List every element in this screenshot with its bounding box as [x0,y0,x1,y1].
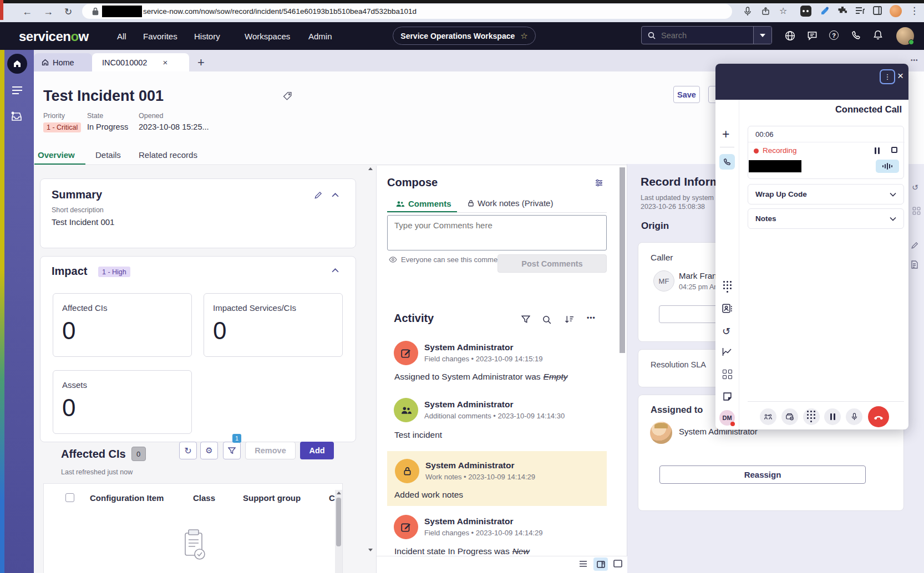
edit-pencil-icon[interactable] [314,191,322,199]
contacts-tab-icon[interactable] [722,303,732,314]
right-edge-grid-icon[interactable] [912,206,921,216]
agent-avatar-dm[interactable]: DM [719,410,735,426]
notes-tab-icon[interactable] [723,392,732,401]
refresh-button[interactable]: ↻ [179,442,197,459]
browser-reading-list-icon[interactable] [855,6,865,15]
impact-tile-assets[interactable]: Assets 0 [53,370,192,434]
activity-filter-icon[interactable] [521,315,530,324]
collapse-chevron-icon[interactable] [332,268,339,273]
tab-related-records[interactable]: Related records [139,150,197,160]
settings-gear-button[interactable]: ⚙ [200,442,218,459]
right-edge-pencil-icon[interactable] [911,242,918,249]
nav-item-admin[interactable]: Admin [308,32,332,41]
browser-sidepanel-icon[interactable] [873,6,882,15]
user-avatar[interactable] [896,27,914,45]
left-scrollbar-down-arrow[interactable] [368,549,373,551]
phone-header-icon[interactable] [851,30,861,40]
dialpad-button[interactable] [803,408,820,425]
browser-refresh-icon[interactable]: ↻ [64,6,72,18]
post-comments-button[interactable]: Post Comments [497,254,607,273]
pause-recording-icon[interactable] [874,146,880,156]
assignee-avatar[interactable] [650,422,672,444]
right-edge-document-icon[interactable] [911,260,918,269]
collapse-chevron-icon[interactable] [332,192,339,197]
reassign-button[interactable]: Reassign [659,465,866,484]
remove-button[interactable]: Remove [245,442,296,459]
browser-back-icon[interactable]: ← [22,6,32,18]
tab-record-active[interactable]: INC0010002 × [92,53,189,71]
tabstrip-more-icon[interactable]: ••• [911,57,918,63]
tab-details[interactable]: Details [95,150,121,160]
caller-name[interactable]: Mark Fran [679,271,717,280]
stop-recording-icon[interactable] [891,147,897,153]
column-header-support-group[interactable]: Support group [243,493,301,503]
tab-home[interactable]: Home [34,53,92,71]
globe-icon[interactable] [785,30,795,41]
url-text[interactable]: service-now.com/now/sow/record/incident/… [143,7,417,16]
dialpad-tab-icon[interactable] [723,281,732,293]
add-interaction-icon[interactable]: + [722,127,729,142]
search-box[interactable] [641,26,772,44]
rail-inbox-icon[interactable] [10,110,23,123]
filter-button[interactable] [223,442,241,459]
call-history-tab-icon[interactable]: ↺ [722,325,730,337]
right-edge-history-icon[interactable]: ↺ [912,183,918,192]
tab-work-notes[interactable]: Work notes (Private) [468,198,553,208]
compose-settings-icon[interactable] [595,178,603,187]
new-tab-icon[interactable]: + [197,55,205,70]
mute-mic-button[interactable] [846,408,862,425]
rail-menu-icon[interactable] [12,86,23,95]
activity-sort-icon[interactable] [565,315,574,324]
search-input[interactable] [660,30,753,40]
browser-share-icon[interactable] [761,7,770,16]
impact-tile-affected-cis[interactable]: Affected CIs 0 [53,293,192,357]
browser-menu-icon[interactable]: ⋮ [910,5,919,17]
select-all-checkbox[interactable] [65,493,74,502]
full-view-icon[interactable] [613,560,622,567]
nav-item-history[interactable]: History [194,32,220,41]
split-view-toggle-active[interactable] [593,557,608,571]
nav-item-workspaces[interactable]: Workspaces [245,32,290,41]
save-button[interactable]: Save [673,86,700,103]
extension-puzzle-icon[interactable] [837,6,847,16]
notifications-bell-icon[interactable] [873,30,883,40]
wrap-up-code-section[interactable]: Wrap Up Code [748,184,904,204]
table-scrollbar-up-arrow[interactable] [337,492,341,494]
list-view-icon[interactable] [579,560,587,567]
notes-section[interactable]: Notes [748,208,904,229]
comment-textarea[interactable] [387,215,607,250]
nav-item-all[interactable]: All [117,32,126,41]
column-header-class[interactable]: Class [193,493,215,503]
activity-more-icon[interactable]: ••• [587,314,596,322]
add-button[interactable]: Add [300,442,334,459]
park-call-button[interactable] [781,408,798,425]
activity-search-icon[interactable] [542,315,551,324]
tab-close-icon[interactable]: × [163,58,167,67]
extension-icon[interactable] [820,6,830,16]
column-header-configuration-item[interactable]: Configuration Item [90,493,164,503]
workspace-pill[interactable]: Service Operations Workspace ☆ [393,27,536,45]
table-scrollbar-thumb[interactable] [336,498,341,546]
favorite-star-icon[interactable]: ☆ [520,31,527,41]
audio-settings-button[interactable] [876,160,899,173]
browser-mic-icon[interactable] [743,7,752,16]
impact-tile-impacted-services[interactable]: Impacted Services/CIs 0 [204,293,343,357]
left-scrollbar-thumb[interactable] [367,174,374,412]
extension-icon[interactable] [800,6,811,17]
middle-scrollbar-thumb[interactable] [620,167,625,353]
tag-icon[interactable] [283,91,292,101]
end-call-button[interactable] [868,406,889,427]
phone-panel-menu-icon[interactable]: ⋮ [880,69,895,84]
servicenow-logo[interactable]: servicenow [19,29,89,44]
caller-avatar[interactable]: MF [653,270,674,291]
phone-panel-close-icon[interactable]: × [897,70,903,82]
hold-call-button[interactable] [824,408,841,425]
browser-forward-icon[interactable]: → [43,6,53,18]
left-scrollbar-up-arrow[interactable] [368,167,373,170]
tab-overview[interactable]: Overview [38,150,75,160]
nav-item-favorites[interactable]: Favorites [143,32,177,41]
search-scope-dropdown[interactable] [753,27,771,44]
chat-icon[interactable] [807,30,818,41]
rail-home-button[interactable] [7,54,27,74]
column-header-truncated[interactable]: C [329,493,335,503]
